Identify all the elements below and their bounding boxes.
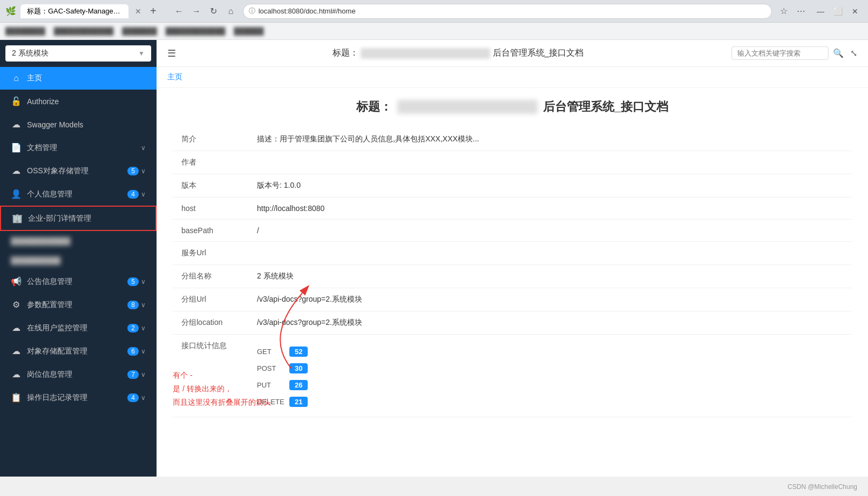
expand-param-icon: ∨ (141, 301, 146, 309)
stat-count-post: 30 (289, 363, 308, 373)
stat-row-get: GET 52 (257, 343, 843, 360)
breadcrumb-label: 主页 (167, 72, 182, 81)
main-content: ☰ 标题： 后台管理系统_接口文档 🔍 ⤡ 主页 标题： 后台管理系统_接口文档 (157, 40, 868, 477)
address-bar[interactable]: ⓘ localhost:8080/doc.html#/home (243, 4, 772, 19)
expand-notice-icon: ∨ (141, 278, 146, 286)
field-label-host: host (173, 198, 248, 220)
address-lock-icon: ⓘ (249, 6, 255, 16)
new-tab-btn[interactable]: + (150, 5, 157, 17)
table-row: basePath / (173, 220, 852, 242)
sidebar-item-online-mgmt[interactable]: ☁ 在线用户监控管理 2 ∨ (0, 316, 157, 339)
sidebar-item-doc-mgmt[interactable]: 📄 文档管理 ∨ (0, 136, 157, 159)
bookmarks-bar: ████████ ████████████ ███████ ██████████… (0, 23, 868, 40)
sidebar-item-personal-mgmt[interactable]: 👤 个人信息管理 4 ∨ (0, 182, 157, 206)
field-label-version: 版本 (173, 174, 248, 198)
sidebar-item-swagger-models[interactable]: ☁ Swagger Models (0, 113, 157, 136)
tab-title: 标题：GAC-Safety-Management... (21, 4, 128, 18)
settings-icon[interactable]: ⋯ (794, 4, 809, 19)
forward-btn[interactable]: → (189, 4, 204, 19)
sidebar-oss-label: OSS对象存储管理 (27, 166, 127, 176)
doc-icon: 📄 (11, 142, 22, 153)
stat-row-put: PUT 26 (257, 377, 843, 393)
sidebar-item-home[interactable]: ⌂ 主页 (0, 67, 157, 90)
menu-icon[interactable]: ☰ (167, 47, 176, 59)
sidebar-home-label: 主页 (27, 73, 146, 83)
minimize-btn[interactable]: — (813, 4, 828, 19)
search-icon[interactable]: 🔍 (833, 48, 844, 58)
sidebar-dept-label: 企业-部门详情管理 (28, 214, 145, 223)
stat-method-put: PUT (257, 381, 289, 389)
reload-btn[interactable]: ↻ (206, 4, 221, 19)
browser-actions: ☆ ⋯ (776, 4, 809, 19)
sidebar-item-log-mgmt[interactable]: 📋 操作日志记录管理 4 ∨ (0, 386, 157, 409)
table-row: 接口统计信息 GET 52 POST 30 (173, 335, 852, 417)
sidebar-item-position-mgmt[interactable]: ☁ 岗位信息管理 7 ∨ (0, 363, 157, 386)
sidebar-item-authorize[interactable]: 🔓 Authorize (0, 90, 157, 113)
main-header: ☰ 标题： 后台管理系统_接口文档 🔍 ⤡ (157, 40, 868, 67)
field-label-service-url: 服务Url (173, 242, 248, 265)
tab-favicon: 🌿 (5, 6, 16, 16)
browser-chrome: 🌿 标题：GAC-Safety-Management... ✕ + ← → ↻ … (0, 0, 868, 23)
stat-row-post: POST 30 (257, 360, 843, 377)
sidebar-item-dept-mgmt[interactable]: 🏢 企业-部门详情管理 (0, 206, 157, 231)
field-label-jianjie: 简介 (173, 128, 248, 151)
app-container: 2 系统模块 ▼ ⌂ 主页 🔓 Authorize ☁ Swagger Mode… (0, 40, 868, 477)
table-row: 作者 (173, 151, 852, 174)
expand-online-icon: ∨ (141, 324, 146, 332)
field-value-group-url: /v3/api-docs?group=2.系统模块 (248, 288, 852, 311)
table-row: 分组名称 2 系统模块 (173, 265, 852, 288)
breadcrumb[interactable]: 主页 (157, 67, 868, 88)
table-row: host http://localhost:8080 (173, 198, 852, 220)
module-selector-label: 2 系统模块 (12, 49, 49, 58)
param-icon: ⚙ (11, 300, 22, 310)
field-value-stats: GET 52 POST 30 PUT 26 (248, 335, 852, 417)
stat-method-delete: DELETE (257, 398, 289, 406)
info-table: 简介 描述：用于管理集团旗下公司的人员信息,具体包括XXX,XXX模块... 作… (173, 128, 852, 417)
sidebar-item-notice-mgmt[interactable]: 📢 公告信息管理 5 ∨ (0, 270, 157, 293)
search-input[interactable] (731, 46, 829, 60)
content-area: 标题： 后台管理系统_接口文档 简介 描述：用于管理集团旗下公司的人员信息,具体… (157, 88, 868, 477)
expand-icon: ∨ (141, 144, 146, 152)
home-btn[interactable]: ⌂ (223, 4, 239, 19)
header-search: 🔍 ⤡ (731, 46, 857, 60)
sidebar-online-label: 在线用户监控管理 (27, 323, 127, 333)
notice-badge: 5 (127, 277, 139, 286)
stat-count-get: 52 (289, 346, 308, 357)
module-selector[interactable]: 2 系统模块 ▼ (5, 45, 151, 62)
expand-oss-icon: ∨ (141, 167, 146, 175)
sidebar: 2 系统模块 ▼ ⌂ 主页 🔓 Authorize ☁ Swagger Mode… (0, 40, 157, 477)
field-label-group-name: 分组名称 (173, 265, 248, 288)
oss-badge: 5 (127, 167, 139, 175)
swagger-icon: ☁ (11, 119, 22, 130)
stat-count-delete: 21 (289, 397, 308, 407)
header-title-blurred (361, 48, 490, 59)
sidebar-item-param-mgmt[interactable]: ⚙ 参数配置管理 8 ∨ (0, 293, 157, 316)
page-title-prefix: 标题： (356, 99, 392, 115)
close-btn[interactable]: ✕ (847, 4, 863, 19)
personal-icon: 👤 (11, 189, 22, 199)
sidebar-position-label: 岗位信息管理 (27, 370, 127, 379)
sidebar-blurred-2: ██████████ (0, 250, 157, 270)
field-value-jianjie: 描述：用于管理集团旗下公司的人员信息,具体包括XXX,XXX模块... (248, 128, 852, 151)
sidebar-authorize-label: Authorize (27, 97, 146, 106)
sidebar-item-oss-mgmt[interactable]: ☁ OSS对象存储管理 5 ∨ (0, 159, 157, 182)
expand-icon[interactable]: ⤡ (850, 48, 857, 58)
stat-method-post: POST (257, 364, 289, 372)
field-value-basepath: / (248, 220, 852, 242)
sidebar-item-storage-config[interactable]: ☁ 对象存储配置管理 6 ∨ (0, 339, 157, 363)
field-label-basepath: basePath (173, 220, 248, 242)
tab-close-btn[interactable]: ✕ (135, 7, 141, 16)
storage-badge: 6 (127, 347, 139, 356)
sidebar-swagger-label: Swagger Models (27, 120, 146, 129)
restore-btn[interactable]: ⬜ (830, 4, 845, 19)
field-value-service-url (248, 242, 852, 265)
back-btn[interactable]: ← (172, 4, 187, 19)
position-icon: ☁ (11, 369, 22, 379)
header-title-suffix: 后台管理系统_接口文档 (493, 48, 584, 57)
field-value-author (248, 151, 852, 174)
expand-position-icon: ∨ (141, 371, 146, 378)
bookmark-icon[interactable]: ☆ (776, 4, 791, 19)
sidebar-blurred-1: ████████████ (0, 231, 157, 250)
stat-row-delete: DELETE 21 (257, 393, 843, 410)
field-value-group-location: /v3/api-docs?group=2.系统模块 (248, 311, 852, 335)
